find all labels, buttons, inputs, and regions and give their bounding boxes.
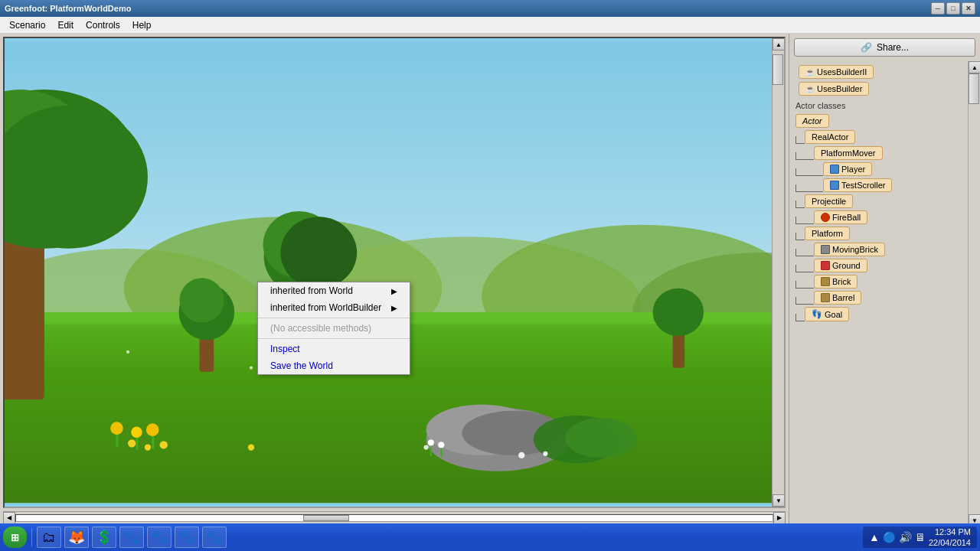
- taskbar: ⊞ 🗂 🦊 💲 🐾 🐾 🐾 🐾 ▲ 🔵 🔊 🖥 12:34 PM 22/04/2…: [0, 523, 980, 551]
- menu-edit[interactable]: Edit: [51, 18, 80, 32]
- right-scroll-thumb[interactable]: [969, 73, 979, 104]
- taskbar-explorer-icon[interactable]: 🗂: [37, 527, 61, 548]
- close-button[interactable]: ✕: [962, 2, 975, 15]
- taskbar-app7-icon[interactable]: 🐾: [202, 527, 227, 548]
- svg-point-30: [518, 452, 524, 458]
- projectile-node[interactable]: Projectile: [805, 194, 853, 208]
- barrel-node[interactable]: Barrel: [814, 291, 861, 305]
- menubar: Scenario Edit Controls Help: [0, 17, 980, 34]
- movingbrick-icon: [821, 245, 830, 254]
- submenu-arrow-2-icon: ▶: [391, 304, 397, 312]
- barrel-line: [795, 297, 814, 305]
- svg-point-18: [280, 217, 357, 288]
- start-button[interactable]: ⊞: [3, 527, 27, 548]
- goal-icon: 👣: [812, 309, 822, 319]
- window: Greenfoot: PlatformWorldDemo ─ □ ✕ Scena…: [0, 0, 980, 551]
- wifi-icon: ▲: [869, 531, 880, 543]
- context-menu: inherited from World ▶ inherited from Wo…: [257, 282, 410, 375]
- realactor-row: RealActor: [795, 130, 962, 144]
- svg-point-28: [160, 441, 168, 448]
- fireball-node[interactable]: FireBall: [814, 210, 867, 224]
- platformmover-node[interactable]: PlatformMover: [814, 146, 883, 160]
- ground-line: [795, 265, 814, 272]
- scroll-right-arrow[interactable]: ▶: [773, 512, 786, 524]
- taskbar-app6-icon[interactable]: 🐾: [175, 527, 199, 548]
- actor-tree: Actor RealActor: [789, 112, 968, 324]
- svg-point-45: [423, 445, 428, 449]
- testscroller-line: [795, 184, 823, 192]
- right-vscrollbar: ▲ ▼: [968, 61, 980, 527]
- platform-line: [795, 233, 805, 240]
- svg-point-31: [543, 452, 547, 456]
- taskbar-app4-icon[interactable]: 🐾: [119, 527, 144, 548]
- testscroller-node[interactable]: TestScroller: [823, 178, 892, 192]
- menu-controls[interactable]: Controls: [80, 18, 126, 32]
- share-button[interactable]: 🔗 Share...: [794, 38, 975, 57]
- taskbar-separator: [31, 528, 32, 546]
- ctx-inherited-worldbuilder[interactable]: inherited from WorldBuilder ▶: [258, 299, 410, 316]
- right-scroll-track: [969, 73, 980, 514]
- testscroller-icon: [830, 181, 839, 190]
- fireball-row: FireBall: [795, 210, 962, 224]
- scroll-left-arrow[interactable]: ◀: [3, 512, 15, 524]
- svg-point-37: [146, 423, 159, 436]
- canvas-vscrollbar: ▲ ▼: [772, 38, 784, 507]
- actor-classes-label: Actor classes: [789, 99, 968, 112]
- submenu-arrow-icon: ▶: [391, 287, 397, 295]
- class-hierarchy-panel: ☕ UsesBuilderII ☕ UsesBuilder: [789, 61, 980, 527]
- ground-icon: [821, 261, 830, 270]
- uses-builder-ii-icon: ☕: [805, 68, 815, 77]
- bluetooth-icon: 🔵: [883, 531, 896, 543]
- hscroll-thumb[interactable]: [303, 515, 349, 521]
- right-scroll-up[interactable]: ▲: [969, 61, 980, 73]
- platform-row: Platform: [795, 227, 962, 240]
- realactor-node[interactable]: RealActor: [805, 130, 855, 144]
- barrel-row: Barrel: [795, 291, 962, 305]
- actor-node[interactable]: Actor: [795, 114, 829, 128]
- ground-node[interactable]: Ground: [814, 259, 867, 272]
- brick-node[interactable]: Brick: [814, 275, 858, 289]
- minimize-button[interactable]: ─: [931, 2, 945, 15]
- goal-row: 👣 Goal: [795, 307, 962, 321]
- player-node[interactable]: Player: [823, 162, 872, 176]
- game-scene: [5, 38, 784, 507]
- taskbar-firefox-icon[interactable]: 🦊: [64, 527, 89, 548]
- uses-builder-ii-node[interactable]: ☕ UsesBuilderII: [799, 65, 874, 79]
- scroll-thumb-v[interactable]: [773, 54, 783, 85]
- svg-point-35: [131, 427, 142, 439]
- realactor-line: [795, 136, 805, 144]
- menu-scenario[interactable]: Scenario: [3, 18, 51, 32]
- taskbar-app3-icon[interactable]: 💲: [92, 527, 116, 548]
- network-icon: 🖥: [915, 531, 926, 543]
- uses-builder-row: ☕ UsesBuilder: [795, 82, 962, 96]
- movingbrick-row: MovingBrick: [795, 243, 962, 256]
- canvas-hscrollbar: ◀ ▶: [3, 511, 786, 523]
- uses-builder-icon: ☕: [805, 85, 815, 93]
- fireball-line: [795, 217, 814, 224]
- player-icon: [830, 165, 839, 174]
- scroll-down-arrow[interactable]: ▼: [773, 494, 785, 507]
- ctx-separator-2: [258, 338, 410, 339]
- svg-point-33: [110, 422, 123, 435]
- goal-node[interactable]: 👣 Goal: [805, 307, 849, 321]
- uses-builder-node[interactable]: ☕ UsesBuilder: [799, 82, 869, 96]
- ctx-save-world[interactable]: Save the World: [258, 357, 410, 374]
- uses-builder-ii-row: ☕ UsesBuilderII: [795, 65, 962, 79]
- brick-icon: [821, 277, 830, 286]
- menu-help[interactable]: Help: [126, 18, 158, 32]
- platformmover-row: PlatformMover: [795, 146, 962, 160]
- svg-point-20: [653, 289, 704, 336]
- scroll-up-arrow[interactable]: ▲: [773, 38, 785, 51]
- platform-node[interactable]: Platform: [805, 227, 850, 240]
- fireball-icon: [821, 213, 830, 222]
- player-line: [795, 168, 823, 176]
- ctx-separator: [258, 318, 410, 318]
- maximize-button[interactable]: □: [946, 2, 960, 15]
- svg-rect-38: [430, 445, 432, 456]
- svg-rect-40: [440, 448, 442, 457]
- ctx-inspect[interactable]: Inspect: [258, 341, 410, 357]
- svg-point-43: [250, 367, 253, 370]
- taskbar-app5-icon[interactable]: 🐾: [147, 527, 172, 548]
- movingbrick-node[interactable]: MovingBrick: [814, 243, 885, 256]
- ctx-inherited-world[interactable]: inherited from World ▶: [258, 282, 410, 299]
